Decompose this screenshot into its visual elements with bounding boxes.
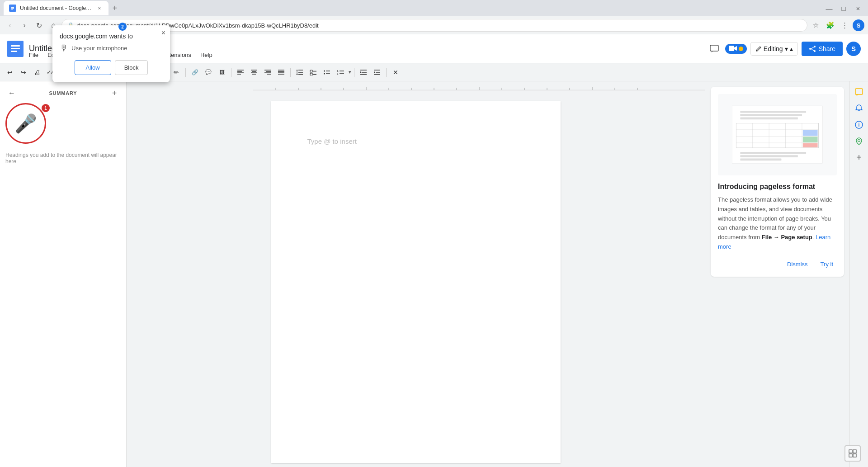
svg-text:2.: 2. (337, 73, 339, 75)
svg-rect-7 (11, 51, 17, 52)
side-icons-panel: + (849, 81, 868, 467)
mic-circle[interactable]: 🎤 (5, 103, 46, 144)
tab-title: Untitled document - Google Doc (20, 5, 92, 11)
right-panel: Introducing pageless format The pageless… (705, 81, 849, 467)
toolbar-separator-3 (185, 68, 186, 77)
svg-rect-98 (849, 454, 852, 457)
maps-icon-button[interactable] (852, 134, 866, 148)
allow-button[interactable]: Allow (75, 60, 111, 75)
main-content: ← SUMMARY + 🎤 1 Headings you add to the … (0, 81, 868, 467)
svg-rect-2 (11, 8, 14, 9)
block-button[interactable]: Block (115, 60, 148, 75)
align-left-button[interactable] (234, 66, 247, 79)
align-justify-button[interactable] (275, 66, 288, 79)
document-area[interactable]: Type @ to insert (127, 81, 705, 467)
svg-rect-6 (11, 48, 20, 49)
clear-format-button[interactable]: ✕ (389, 66, 402, 79)
comment-button[interactable]: 💬 (202, 66, 215, 79)
tab-close-button[interactable]: × (96, 5, 103, 12)
popup-actions: Allow Block (60, 60, 163, 75)
close-window-button[interactable]: × (852, 2, 864, 14)
svg-point-14 (809, 48, 811, 50)
address-bar[interactable]: 🔒 docs.google.com/document/d/1LPDwCe0pAL… (61, 19, 807, 32)
svg-rect-38 (310, 73, 312, 75)
comments-button[interactable] (707, 42, 722, 56)
increase-indent-button[interactable] (371, 66, 383, 79)
insert-hint: Type @ to insert (307, 137, 357, 145)
svg-point-13 (814, 50, 816, 52)
minimize-button[interactable]: — (823, 2, 835, 14)
image-button[interactable]: 🖼 (216, 66, 228, 79)
mic-icon: 🎤 (14, 113, 37, 134)
svg-rect-1 (11, 7, 14, 8)
card-try-it-button[interactable]: Try it (817, 259, 837, 269)
line-spacing-button[interactable] (293, 66, 306, 79)
tab-favicon (9, 5, 16, 12)
refresh-button[interactable]: ↻ (33, 19, 45, 32)
align-right-button[interactable] (261, 66, 274, 79)
sidebar-close-button[interactable]: ← (5, 87, 18, 99)
svg-rect-89 (741, 159, 782, 161)
print-button[interactable]: 🖨 (31, 66, 43, 79)
bookmark-button[interactable]: ☆ (809, 19, 822, 32)
active-tab[interactable]: Untitled document - Google Doc × (4, 1, 108, 15)
sidebar-header: ← SUMMARY + (5, 87, 121, 99)
card-body: The pageless format allows you to add wi… (718, 195, 837, 252)
svg-rect-88 (741, 156, 798, 158)
card-dismiss-button[interactable]: Dismiss (783, 259, 811, 269)
checklist-button[interactable] (307, 66, 320, 79)
toolbar-separator-6 (354, 68, 354, 77)
editing-mode-button[interactable]: Editing ▾ ▴ (750, 42, 798, 56)
plus-icon-button[interactable]: + (852, 150, 866, 165)
new-tab-button[interactable]: + (108, 2, 121, 14)
menu-file[interactable]: File (25, 50, 42, 60)
extensions-button[interactable]: 🧩 (824, 19, 836, 32)
back-button[interactable]: ‹ (4, 19, 16, 32)
svg-rect-73 (741, 111, 807, 113)
restore-button[interactable]: □ (837, 2, 850, 14)
mic-notification-badge: 1 (42, 104, 50, 112)
svg-rect-11 (739, 47, 743, 51)
align-center-button[interactable] (248, 66, 260, 79)
notifications-icon-button[interactable] (852, 101, 866, 116)
user-profile-button[interactable]: S (846, 42, 861, 56)
popup-mic-icon: 🎙 (60, 43, 68, 53)
info-icon-button[interactable] (852, 118, 866, 132)
permission-popup: × 2 docs.google.com wants to 🎙 Use your … (52, 25, 170, 82)
link-button[interactable]: 🔗 (189, 66, 201, 79)
profile-button[interactable]: S (853, 19, 864, 31)
meet-button[interactable] (725, 44, 747, 54)
undo-button[interactable]: ↩ (4, 66, 16, 79)
chat-icon-button[interactable] (852, 85, 866, 99)
more-menu-button[interactable]: ⋮ (838, 19, 851, 32)
svg-rect-8 (710, 45, 718, 51)
svg-text:1.: 1. (337, 70, 339, 72)
pageless-info-card: Introducing pageless format The pageless… (711, 87, 844, 277)
add-section-button[interactable]: + (108, 87, 121, 99)
svg-rect-75 (741, 118, 798, 120)
svg-rect-36 (310, 70, 312, 72)
bullet-list-button[interactable] (321, 66, 333, 79)
popup-close-button[interactable]: × (161, 29, 165, 37)
decrease-indent-button[interactable] (357, 66, 370, 79)
svg-rect-97 (853, 450, 856, 453)
svg-point-94 (859, 123, 859, 124)
svg-rect-84 (803, 130, 818, 136)
editing-label: Editing (764, 45, 783, 52)
highlight-button[interactable]: ✏ (170, 66, 183, 79)
svg-rect-3 (11, 9, 13, 9)
bottom-right-icon[interactable] (844, 445, 861, 462)
share-button[interactable]: Share (802, 42, 843, 56)
collapse-btn[interactable]: ▴ (790, 45, 793, 52)
card-preview-image (718, 94, 837, 175)
mic-container: 🎤 1 (5, 103, 51, 148)
numbered-list-button[interactable]: 1.2. (334, 66, 347, 79)
ruler (253, 81, 705, 90)
redo-button[interactable]: ↪ (17, 66, 30, 79)
menu-help[interactable]: Help (197, 50, 216, 60)
svg-rect-90 (855, 89, 863, 94)
sidebar: ← SUMMARY + 🎤 1 Headings you add to the … (0, 81, 127, 467)
doc-page[interactable]: Type @ to insert (271, 101, 561, 463)
editing-chevron: ▾ (785, 45, 788, 52)
forward-button[interactable]: › (18, 19, 31, 32)
